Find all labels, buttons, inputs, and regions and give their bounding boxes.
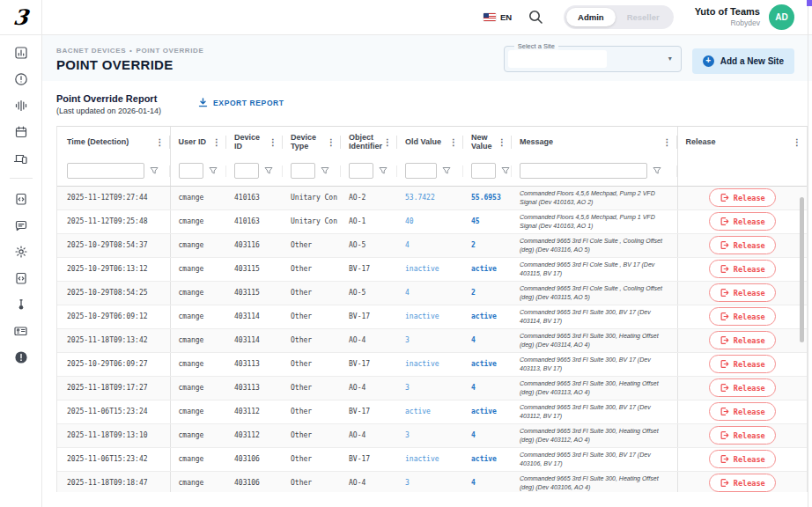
code-clipboard-icon-2[interactable] [13, 270, 28, 285]
table-header-row: Time (Detection)⋮ User ID⋮ Device ID⋮ De… [57, 127, 807, 157]
reseller-toggle-button[interactable]: Reseller [616, 8, 671, 26]
release-button[interactable]: Release [709, 188, 776, 207]
release-button[interactable]: Release [709, 426, 776, 445]
release-button[interactable]: Release [709, 236, 776, 254]
release-button[interactable]: Release [709, 402, 776, 421]
language-selector[interactable]: EN [484, 12, 512, 22]
cell-device-type: Other [283, 471, 341, 492]
filter-funnel-icon [321, 166, 329, 175]
release-button[interactable]: Release [709, 331, 776, 349]
release-button-label: Release [734, 241, 765, 250]
cell-old-value: 40 [397, 209, 463, 233]
cell-device-type: Other [283, 305, 341, 328]
site-select-label: Select a Site [514, 42, 558, 50]
column-menu-icon[interactable]: ⋮ [211, 137, 222, 147]
cell-old-value: inactive [397, 305, 463, 328]
column-menu-icon[interactable]: ⋮ [448, 137, 459, 147]
cell-time: 2025-11-18T09:13:10 [57, 423, 170, 447]
cell-user-id: cmange [170, 376, 226, 400]
export-report-button[interactable]: EXPORT REPORT [198, 98, 284, 107]
release-button[interactable]: Release [709, 307, 776, 326]
breadcrumb: BACNET DEVICES•POINT OVERRIDE [56, 47, 203, 55]
cell-user-id: cmange [170, 328, 226, 352]
report-subtitle: (Last updated on 2026-01-14) [56, 107, 161, 115]
release-button[interactable]: Release [709, 260, 776, 278]
filter-time-input[interactable] [67, 163, 144, 179]
release-exit-icon [720, 264, 729, 274]
analytics-icon[interactable] [13, 45, 28, 60]
filter-object-id-input[interactable] [349, 163, 373, 179]
cell-device-type: Other [283, 233, 341, 257]
waveform-icon[interactable] [13, 98, 28, 113]
app-logo[interactable]: 3 [0, 0, 42, 35]
language-label: EN [500, 12, 512, 22]
avatar[interactable]: AD [769, 4, 794, 30]
release-button-label: Release [734, 455, 765, 464]
filter-new-value-input[interactable] [471, 163, 496, 179]
breadcrumb-parent[interactable]: BACNET DEVICES [56, 47, 126, 55]
page-title: POINT OVERRIDE [56, 57, 203, 72]
filter-user-input[interactable] [179, 163, 203, 179]
search-icon[interactable] [528, 9, 544, 26]
col-release: Release [686, 137, 716, 146]
cell-new-value: 4 [463, 376, 512, 400]
settings-gear-icon[interactable] [13, 244, 28, 259]
release-button-label: Release [734, 265, 765, 274]
cell-user-id: cmange [170, 281, 226, 305]
cell-user-id: cmange [170, 447, 226, 471]
release-exit-icon [720, 288, 729, 298]
cell-user-id: cmange [170, 257, 226, 281]
admin-toggle-button[interactable]: Admin [566, 8, 616, 26]
alert-filled-icon[interactable] [13, 349, 28, 364]
cell-user-id: cmange [170, 233, 226, 257]
table-row: 2025-11-12T09:27:44 cmange 410163 Unitar… [57, 186, 807, 209]
cell-new-value: 4 [463, 423, 512, 447]
release-exit-icon [720, 335, 729, 345]
table-scrollbar-thumb[interactable] [800, 197, 804, 342]
filter-message-input[interactable] [520, 163, 647, 179]
cell-message: Commanded 9665 3rd Fl Cole Suite , Cooli… [512, 233, 677, 257]
table-row: 2025-11-06T15:23:24 cmange 403112 Other … [57, 400, 807, 423]
release-button[interactable]: Release [709, 355, 776, 373]
release-button[interactable]: Release [709, 378, 776, 397]
devices-icon[interactable] [13, 151, 28, 165]
thermometer-icon[interactable] [13, 297, 28, 312]
column-menu-icon[interactable]: ⋮ [268, 137, 278, 147]
release-button[interactable]: Release [709, 450, 776, 468]
cell-old-value: active [397, 400, 463, 423]
release-button[interactable]: Release [709, 283, 776, 302]
page-scrollbar-thumb[interactable] [807, 0, 812, 6]
alert-circle-icon[interactable] [13, 71, 28, 86]
code-clipboard-icon[interactable] [13, 191, 28, 206]
add-site-button[interactable]: + Add a New Site [692, 48, 794, 74]
cell-device-id: 410163 [226, 186, 283, 209]
column-menu-icon[interactable]: ⋮ [662, 137, 673, 147]
cell-old-value: inactive [397, 447, 463, 471]
column-menu-icon[interactable]: ⋮ [155, 137, 166, 147]
id-card-icon[interactable] [13, 323, 28, 338]
table-row: 2025-10-29T08:54:37 cmange 403116 Other … [57, 233, 807, 257]
cell-message: Commanded 9665 3rd Fl Suite 300, BV 17 (… [512, 352, 677, 376]
cell-time: 2025-10-29T06:09:27 [57, 352, 170, 376]
cell-device-id: 410163 [226, 209, 283, 233]
cell-object-id: BV-17 [341, 447, 397, 471]
release-button[interactable]: Release [709, 212, 776, 231]
chat-icon[interactable] [13, 217, 28, 232]
filter-device-type-input[interactable] [291, 163, 315, 179]
cell-new-value: 4 [463, 328, 512, 352]
col-object-identifier: Object Identifier [349, 133, 382, 151]
column-menu-icon[interactable]: ⋮ [326, 137, 336, 147]
filter-old-value-input[interactable] [405, 163, 437, 179]
column-menu-icon[interactable]: ⋮ [792, 137, 802, 147]
cell-old-value: 3 [397, 376, 463, 400]
site-select-dropdown[interactable]: Select a Site ▾ [504, 46, 682, 72]
cell-object-id: AO-1 [341, 209, 397, 233]
release-button[interactable]: Release [709, 474, 776, 492]
filter-device-id-input[interactable] [234, 163, 259, 179]
column-menu-icon[interactable]: ⋮ [382, 137, 393, 147]
cell-device-id: 403116 [226, 233, 283, 257]
cell-device-id: 403113 [226, 376, 283, 400]
column-menu-icon[interactable]: ⋮ [497, 137, 507, 147]
report-title: Point Override Report [56, 93, 161, 104]
calendar-icon[interactable] [13, 124, 28, 139]
